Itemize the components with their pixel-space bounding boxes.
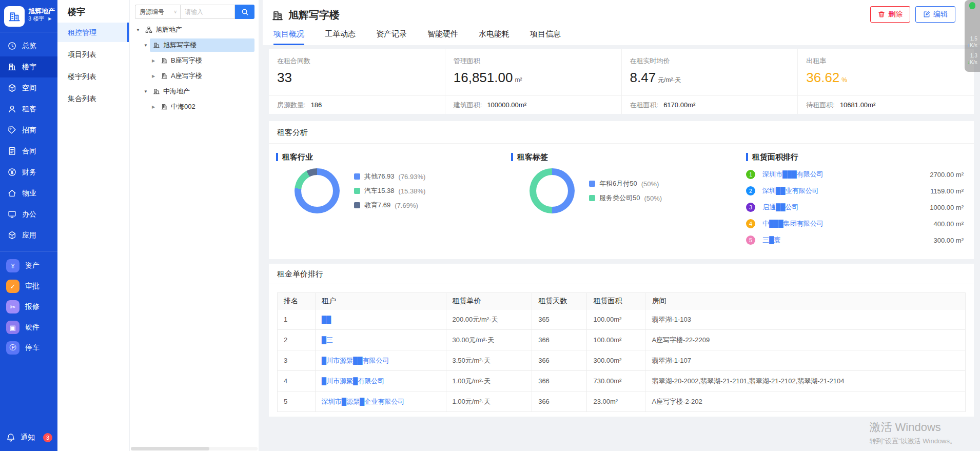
table-row: 4 █川市源聚█有限公司 1.00元/m²·天 366 730.00m² 翡翠湖… — [278, 371, 966, 391]
scrollbar-thumb[interactable] — [131, 447, 209, 450]
menu-item-building-list[interactable]: 楼宇列表 — [57, 67, 129, 86]
cell-price: 1.00元/m²·天 — [446, 371, 532, 391]
primary-nav: 总览 楼宇 空间 租客 招商 合同 — [0, 32, 57, 246]
tree-node[interactable]: ▼ 中海地产 — [130, 84, 259, 99]
tenant-link[interactable]: █三 — [315, 330, 446, 350]
col-header-days: 租赁天数 — [532, 293, 587, 309]
sidebar-item-office[interactable]: 办公 — [0, 204, 57, 225]
delete-button-label: 删除 — [888, 10, 903, 19]
search-button[interactable] — [235, 5, 254, 19]
hexagon-icon — [7, 231, 16, 240]
sidebar-item-space[interactable]: 空间 — [0, 77, 57, 99]
sidebar-item-buildings[interactable]: 楼宇 — [0, 56, 57, 77]
delete-button[interactable]: 删除 — [870, 6, 910, 23]
tab-project-info[interactable]: 项目信息 — [530, 29, 561, 45]
caret-right-icon[interactable]: ▶ — [149, 105, 158, 109]
sidebar-item-approval[interactable]: ✓ 审批 — [0, 276, 57, 297]
sidebar-item-overview[interactable]: 总览 — [0, 35, 57, 56]
sidebar-item-tenants[interactable]: 租客 — [0, 99, 57, 120]
stat-value: 33 — [277, 70, 292, 85]
asset-icon: ¥ — [6, 259, 19, 272]
area-value: 1159.00 m² — [930, 187, 964, 195]
tab-smart-hardware[interactable]: 智能硬件 — [427, 29, 458, 45]
company-link[interactable]: 深圳市███有限公司 — [762, 170, 925, 179]
area-value: 300.00 m² — [933, 237, 964, 244]
menu-item-collection-list[interactable]: 集合列表 — [57, 89, 129, 108]
caret-down-icon[interactable]: ▼ — [142, 89, 150, 94]
industry-donut-chart — [295, 168, 340, 213]
company-link[interactable]: 三█寰 — [762, 236, 928, 245]
tenant-link[interactable]: ██ — [315, 309, 446, 330]
building-tree: ▼ 旭辉地产 ▼ 旭辉写字楼 ▶ B座写字楼 — [130, 22, 259, 114]
tree-node[interactable]: ▼ 旭辉写字楼 — [130, 37, 259, 53]
tree-node[interactable]: ▶ 中海002 — [130, 99, 259, 114]
substat-rented-area: 在租面积: 6170.00m² — [622, 96, 798, 114]
building-icon — [7, 63, 16, 72]
substat-label: 建筑面积: — [454, 101, 482, 110]
substat-label: 房源数量: — [277, 101, 306, 110]
company-link[interactable]: 深圳██业有限公司 — [762, 186, 925, 195]
net-speed-widget[interactable]: 1.5 ↑K/s 1.3 ↓K/s — [965, 0, 980, 72]
rent-ranking-card: 租金单价排行 排名 租户 租赁单价 租赁天数 租赁面积 房间 — [269, 264, 974, 417]
tenant-link[interactable]: █川市源聚█有限公司 — [315, 371, 446, 391]
horizontal-scrollbar[interactable] — [131, 447, 258, 450]
sidebar-item-contracts[interactable]: 合同 — [0, 141, 57, 162]
company-link[interactable]: 中███集团有限公司 — [762, 219, 928, 228]
menu-item-project-list[interactable]: 项目列表 — [57, 45, 129, 64]
sidebar-item-notifications[interactable]: 通知 3 — [0, 428, 57, 451]
download-speed-unit: K/s — [970, 60, 977, 65]
cell-rooms: 翡翠湖-1-103 — [645, 309, 966, 330]
windows-activation-watermark: 激活 Windows 转到"设置"以激活 Windows。 — [869, 420, 956, 446]
tab-asset-records[interactable]: 资产记录 — [376, 29, 407, 45]
sidebar-item-label: 应用 — [22, 231, 36, 240]
col-header-tenant: 租户 — [315, 293, 446, 309]
legend-percent: (7.69%) — [395, 202, 418, 209]
list-item: 2 深圳██业有限公司 1159.00 m² — [746, 185, 964, 197]
sidebar-item-finance[interactable]: 财务 — [0, 162, 57, 183]
caret-right-icon[interactable]: ▶ — [149, 58, 158, 63]
company-link[interactable]: 启通██公司 — [762, 203, 925, 212]
org-expand-icon[interactable]: ▶ — [48, 16, 51, 22]
stat-value: 8.47 — [630, 70, 656, 85]
tenant-link[interactable]: 深圳市█源聚█企业有限公司 — [315, 391, 446, 412]
caret-down-icon[interactable]: ▼ — [142, 43, 150, 48]
stat-avg-price: 在租实时均价 8.47元/m²·天 — [622, 49, 798, 95]
search-type-select[interactable]: 房源编号 ∨ — [135, 5, 180, 19]
sidebar-item-parking[interactable]: Ⓟ 停车 — [0, 338, 57, 358]
stat-value: 36.62 — [806, 70, 839, 85]
tree-node[interactable]: ▶ A座写字楼 — [130, 68, 259, 84]
page-title: 旭辉写字楼 — [288, 8, 340, 22]
tree-node[interactable]: ▼ 旭辉地产 — [130, 22, 259, 37]
sidebar-item-apps[interactable]: 应用 — [0, 225, 57, 246]
list-item: 1 深圳市███有限公司 2700.00 m² — [746, 168, 964, 181]
chevron-down-icon: ∨ — [173, 9, 177, 14]
caret-right-icon[interactable]: ▶ — [149, 74, 158, 79]
menu-item-rent-control[interactable]: 租控管理 — [57, 23, 129, 42]
tenant-link[interactable]: █川市源聚██有限公司 — [315, 350, 446, 371]
tree-node-label: A座写字楼 — [171, 71, 202, 81]
sidebar-item-hardware[interactable]: ▣ 硬件 — [0, 317, 57, 338]
legend-label: 其他76.93 — [364, 172, 395, 181]
section-title: 租赁面积排行 — [746, 153, 964, 161]
table-row: 2 █三 30.00元/m²·天 366 100.00m² A座写字楼-22-2… — [278, 330, 966, 350]
sidebar-item-investment[interactable]: 招商 — [0, 120, 57, 141]
area-value: 400.00 m² — [933, 220, 964, 228]
sidebar-item-asset[interactable]: ¥ 资产 — [0, 256, 57, 276]
tab-utilities[interactable]: 水电能耗 — [479, 29, 509, 45]
substat-value: 186 — [311, 101, 322, 109]
search-input[interactable] — [180, 5, 235, 19]
legend-swatch — [589, 181, 595, 187]
org-building-count: 3 楼宇 — [28, 15, 44, 23]
tab-project-overview[interactable]: 项目概况 — [273, 29, 304, 45]
edit-button[interactable]: 编辑 — [915, 6, 955, 23]
col-header-area: 租赁面积 — [587, 293, 645, 309]
sidebar-item-property[interactable]: 物业 — [0, 183, 57, 204]
tree-node[interactable]: ▶ B座写字楼 — [130, 53, 259, 68]
cell-rooms: 翡翠湖-20-2002,翡翠湖-21-2101,翡翠湖-21-2102,翡翠湖-… — [645, 371, 966, 391]
legend-percent: (15.38%) — [399, 187, 426, 195]
caret-down-icon[interactable]: ▼ — [134, 28, 142, 32]
tab-workorder-activity[interactable]: 工单动态 — [325, 29, 356, 45]
org-switcher[interactable]: 旭辉地产 3 楼宇 ▶ — [0, 0, 57, 32]
sidebar-item-repair[interactable]: ✂ 报修 — [0, 297, 57, 317]
stat-contract-count: 在租合同数 33 — [269, 49, 445, 95]
